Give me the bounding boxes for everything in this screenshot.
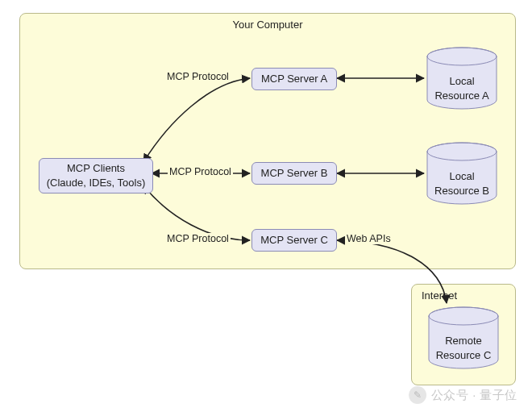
node-local-resource-a: Local Resource A	[426, 47, 498, 110]
edge-label-web-apis: Web APIs	[345, 233, 393, 244]
node-remote-resource-c: Remote Resource C	[427, 306, 500, 369]
edge-label-protocol-a: MCP Protocol	[165, 71, 231, 82]
resource-a-line1: Local	[426, 74, 498, 89]
edge-label-protocol-b: MCP Protocol	[168, 166, 233, 177]
node-local-resource-b: Local Resource B	[426, 142, 498, 205]
server-b-label: MCP Server B	[261, 166, 328, 181]
edge-label-protocol-c: MCP Protocol	[165, 233, 231, 244]
server-c-label: MCP Server C	[260, 233, 328, 248]
node-mcp-server-b: MCP Server B	[251, 162, 337, 185]
resource-b-line1: Local	[426, 169, 498, 184]
resource-c-line2: Resource C	[427, 348, 500, 363]
clients-line2: (Claude, IDEs, Tools)	[47, 176, 146, 190]
watermark-icon: ✎	[409, 386, 426, 404]
watermark-text: 公众号 · 量子位	[431, 388, 517, 403]
region-internet-title: Internet	[422, 289, 457, 302]
clients-line1: MCP Clients	[67, 161, 125, 176]
resource-b-line2: Resource B	[426, 184, 498, 198]
resource-a-line2: Resource A	[426, 89, 498, 103]
region-computer-title: Your Computer	[233, 19, 303, 31]
node-mcp-server-a: MCP Server A	[251, 68, 337, 90]
watermark: ✎ 公众号 · 量子位	[409, 386, 517, 404]
node-mcp-server-c: MCP Server C	[251, 229, 337, 252]
node-mcp-clients: MCP Clients (Claude, IDEs, Tools)	[39, 158, 153, 194]
server-a-label: MCP Server A	[261, 72, 327, 86]
resource-c-line1: Remote	[427, 334, 500, 348]
